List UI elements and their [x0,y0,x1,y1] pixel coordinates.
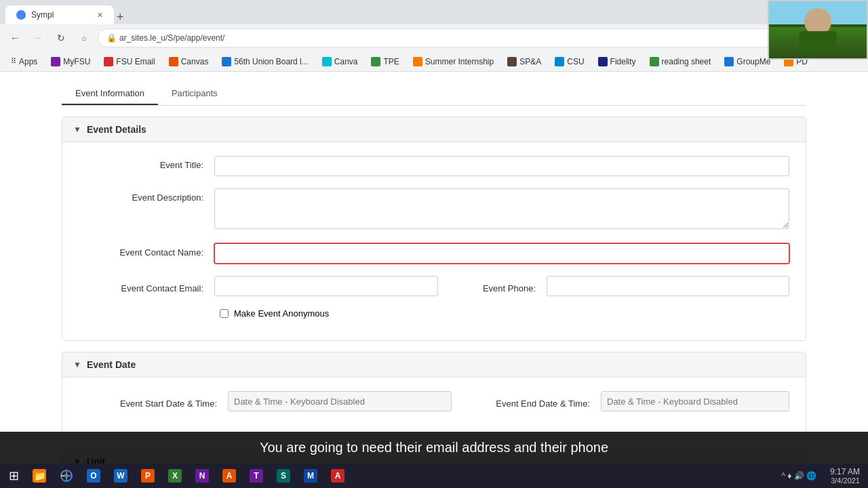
new-tab-btn[interactable]: + [117,10,124,24]
taskbar-onenote[interactable]: N [190,466,214,486]
event-details-title: Event Details [87,124,146,135]
excel-icon: X [168,469,182,483]
event-contact-email-field [214,276,438,296]
clock-time: 9:17 AM [830,467,860,476]
bookmark-myfsu[interactable]: MyFSU [45,55,96,68]
event-end-label: Event End Date & Time: [452,394,601,409]
taskbar-app3[interactable]: M [298,466,323,486]
event-title-field [214,156,789,176]
taskbar-powerpoint[interactable]: P [136,466,160,486]
tab-event-information[interactable]: Event Information [62,83,158,105]
system-tray: ^ ♦ 🔊 🌐 [776,471,822,481]
forward-btn[interactable]: → [28,28,47,47]
page-content: Event Information Participants ▼ Event D… [0,72,868,464]
bookmark-icon [222,57,231,66]
bookmark-icon [724,57,734,66]
bookmark-csu[interactable]: CSU [549,55,589,68]
event-contact-email-label: Event Contact Email: [79,279,214,293]
bookmark-tpe[interactable]: TPE [366,55,404,68]
bookmark-apps[interactable]: ⠿ Apps [5,55,43,68]
bookmark-icon [371,57,380,66]
start-button[interactable]: ⊞ [3,465,24,487]
taskbar-outlook[interactable]: O [81,466,106,486]
bookmark-56thunion[interactable]: 56th Union Board l... [216,55,313,68]
event-date-fields-row: Event Start Date & Time: Event End Date … [79,391,789,411]
event-details-body: Event Title: Event Description: Event Co… [62,142,806,340]
event-phone-label: Event Phone: [438,279,547,293]
event-contact-email-input[interactable] [214,276,438,296]
bookmark-icon [104,57,113,66]
tab-close-btn[interactable]: ✕ [97,11,103,20]
event-contact-name-field [214,243,789,264]
taskbar-app1[interactable]: A [217,466,241,486]
taskbar-word[interactable]: W [108,466,133,486]
file-explorer-icon: 📁 [33,469,46,483]
powerpoint-icon: P [141,469,155,483]
taskbar-excel[interactable]: X [163,466,187,486]
event-title-input[interactable] [214,156,789,176]
bookmark-fsuemail[interactable]: FSU Email [98,55,160,68]
chevron-date-icon: ▼ [73,360,81,369]
reload-btn[interactable]: ↻ [52,28,71,47]
event-start-field [228,391,452,411]
home-btn[interactable]: ⌂ [75,28,94,47]
chevron-icon: ▼ [73,125,81,134]
make-anonymous-checkbox[interactable] [220,309,229,318]
bookmark-summer[interactable]: Summer Internship [408,55,499,68]
make-anonymous-label[interactable]: Make Event Anonymous [234,308,329,319]
event-description-input[interactable] [214,188,789,229]
event-details-header[interactable]: ▼ Event Details [62,117,806,142]
bookmark-fidelity[interactable]: Fidelity [593,55,642,68]
bookmark-canvas[interactable]: Canvas [163,55,214,68]
event-description-row: Event Description: [79,188,789,231]
bookmark-icon [413,57,422,66]
clock-date: 3/4/2021 [830,476,860,485]
event-phone-field [547,276,789,296]
event-end-input[interactable] [601,391,789,411]
event-date-header[interactable]: ▼ Event Date [62,352,806,378]
event-date-body: Event Start Date & Time: Event End Date … [62,378,806,437]
acrobat-icon: A [331,469,344,483]
event-start-input[interactable] [228,391,452,411]
teams-icon: T [250,469,263,483]
tab-favicon [16,10,26,20]
page-tabs: Event Information Participants [62,83,806,106]
outlook-icon: O [87,469,100,483]
address-bar[interactable]: 🔒 ar_sites.le_u/S/pe/app/event/ ☆ [98,28,816,47]
app1-icon: A [222,469,236,483]
bookmarks-bar: ⠿ Apps MyFSU FSU Email Canvas 56th Union… [0,52,868,72]
tab-participants[interactable]: Participants [158,83,231,105]
webcam-video [769,1,867,58]
back-btn[interactable]: ← [5,28,24,47]
event-title-label: Event Title: [79,156,214,170]
bookmark-icon [555,57,564,66]
event-contact-name-label: Event Contact Name: [79,243,214,258]
chrome-icon [60,469,73,483]
taskbar-teams[interactable]: T [244,466,269,486]
bookmark-canva[interactable]: Canva [317,55,363,68]
event-phone-input[interactable] [547,276,789,296]
bookmark-spa[interactable]: SP&A [502,55,547,68]
svg-point-1 [64,474,68,478]
event-date-section: ▼ Event Date Event Start Date & Time: Ev… [62,352,806,438]
tray-icons: ^ ♦ 🔊 🌐 [781,471,816,481]
browser-tab[interactable]: Sympl ✕ [5,5,114,24]
event-start-label: Event Start Date & Time: [79,394,228,409]
bookmark-reading[interactable]: reading sheet [644,55,717,68]
event-title-row: Event Title: [79,156,789,176]
event-description-label: Event Description: [79,188,214,203]
event-contact-name-row: Event Contact Name: [79,243,789,264]
taskbar-file-explorer[interactable]: 📁 [27,466,52,486]
event-contact-email-phone-row: Event Contact Email: Event Phone: [79,276,789,296]
taskbar-acrobat[interactable]: A [326,466,350,486]
event-contact-name-input[interactable] [214,243,789,264]
taskbar-app2[interactable]: S [271,466,296,486]
make-anonymous-row: Make Event Anonymous [79,308,789,319]
tab-label: Sympl [31,10,54,20]
event-details-section: ▼ Event Details Event Title: Event Descr… [62,117,806,341]
subtitle-text: You are going to need their email addres… [260,440,608,455]
bookmark-icon [650,57,659,66]
onenote-icon: N [195,469,209,483]
webcam-overlay [768,0,868,60]
taskbar-chrome[interactable] [54,466,79,486]
